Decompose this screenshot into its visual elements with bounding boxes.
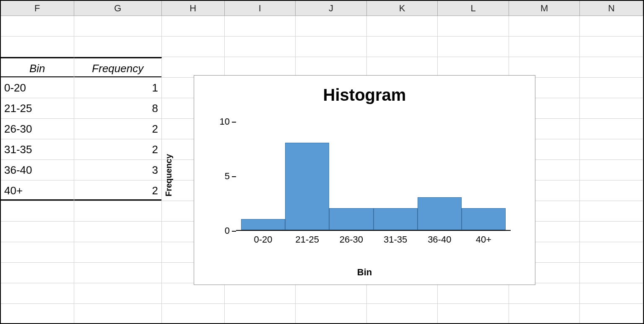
cell[interactable] [438,304,509,324]
cell[interactable] [438,57,509,77]
cell[interactable] [580,119,643,139]
cell[interactable] [580,201,643,221]
chart-xlabel: Bin [357,267,372,278]
cell[interactable] [296,304,367,324]
cell[interactable] [580,180,643,201]
chart-bars [236,122,511,230]
cell[interactable] [367,283,438,303]
row [1,304,643,324]
col-header-L[interactable]: L [438,1,509,16]
chart-histogram[interactable]: Histogram Frequency 0510 0-2021-2526-303… [194,75,535,285]
cell[interactable] [74,222,162,242]
cell[interactable] [74,37,162,57]
cell[interactable] [509,37,580,57]
cell-bin[interactable]: 21-25 [1,98,74,118]
cell[interactable] [296,37,367,57]
chart-bar[interactable] [418,197,462,230]
chart-bar[interactable] [374,208,418,230]
cell[interactable] [162,16,225,36]
cell[interactable] [74,283,162,303]
cell[interactable] [580,139,643,159]
cell[interactable] [1,263,74,283]
chart-xtick-label: 26-30 [329,234,373,245]
cell[interactable] [580,16,643,36]
cell[interactable] [509,57,580,77]
col-header-H[interactable]: H [162,1,225,16]
cell[interactable] [1,304,74,324]
cell[interactable] [509,283,580,303]
cell[interactable] [74,263,162,283]
cell-bin[interactable]: 36-40 [1,160,74,180]
chart-bar[interactable] [329,208,373,230]
cell[interactable] [580,160,643,180]
cell[interactable] [367,57,438,77]
cell[interactable] [1,283,74,303]
cell[interactable] [580,98,643,118]
row [1,37,643,57]
cell[interactable] [162,283,225,303]
cell[interactable] [225,283,296,303]
cell-freq[interactable]: 2 [74,180,162,201]
cell[interactable] [225,304,296,324]
table-header-bin[interactable]: Bin [1,57,74,77]
col-header-M[interactable]: M [509,1,580,16]
col-header-N[interactable]: N [580,1,643,16]
table-header-freq[interactable]: Frequency [74,57,162,77]
cell[interactable] [1,37,74,57]
col-header-G[interactable]: G [74,1,162,16]
cell-freq[interactable]: 2 [74,119,162,139]
cell-freq[interactable]: 1 [74,78,162,98]
cell[interactable] [74,16,162,36]
cell[interactable] [74,242,162,262]
cell[interactable] [509,304,580,324]
cell[interactable] [580,263,643,283]
cell[interactable] [162,37,225,57]
cell[interactable] [296,283,367,303]
cell[interactable] [74,304,162,324]
cell-bin[interactable]: 31-35 [1,139,74,159]
cell[interactable] [580,57,643,77]
col-header-K[interactable]: K [367,1,438,16]
chart-ytick-label: 10 [220,116,230,127]
cell[interactable] [1,16,74,36]
cell[interactable] [296,57,367,77]
cell[interactable] [580,78,643,98]
chart-ytick [232,231,236,232]
cell[interactable] [225,16,296,36]
table-header-row: Bin Frequency [1,57,643,78]
cell-freq[interactable]: 2 [74,139,162,159]
col-header-F[interactable]: F [1,1,74,16]
cell[interactable] [1,201,74,221]
cell[interactable] [162,304,225,324]
chart-bar[interactable] [285,143,329,230]
cell[interactable] [438,37,509,57]
column-headers: F G H I J K L M N [1,1,643,16]
cell[interactable] [438,16,509,36]
cell-bin[interactable]: 26-30 [1,119,74,139]
cell[interactable] [1,222,74,242]
cell-bin[interactable]: 0-20 [1,78,74,98]
cell[interactable] [225,57,296,77]
cell[interactable] [438,283,509,303]
cell[interactable] [74,201,162,221]
chart-bar[interactable] [462,208,506,230]
cell[interactable] [580,222,643,242]
cell-freq[interactable]: 3 [74,160,162,180]
cell[interactable] [580,242,643,262]
cell-freq[interactable]: 8 [74,98,162,118]
cell[interactable] [580,304,643,324]
cell[interactable] [1,242,74,262]
col-header-J[interactable]: J [296,1,367,16]
cell[interactable] [580,283,643,303]
chart-bar[interactable] [241,219,285,230]
cell[interactable] [509,16,580,36]
cell[interactable] [580,37,643,57]
cell[interactable] [162,57,225,77]
cell[interactable] [225,37,296,57]
cell[interactable] [296,16,367,36]
cell[interactable] [367,16,438,36]
col-header-I[interactable]: I [225,1,296,16]
cell[interactable] [367,304,438,324]
cell[interactable] [367,37,438,57]
cell-bin[interactable]: 40+ [1,180,74,201]
